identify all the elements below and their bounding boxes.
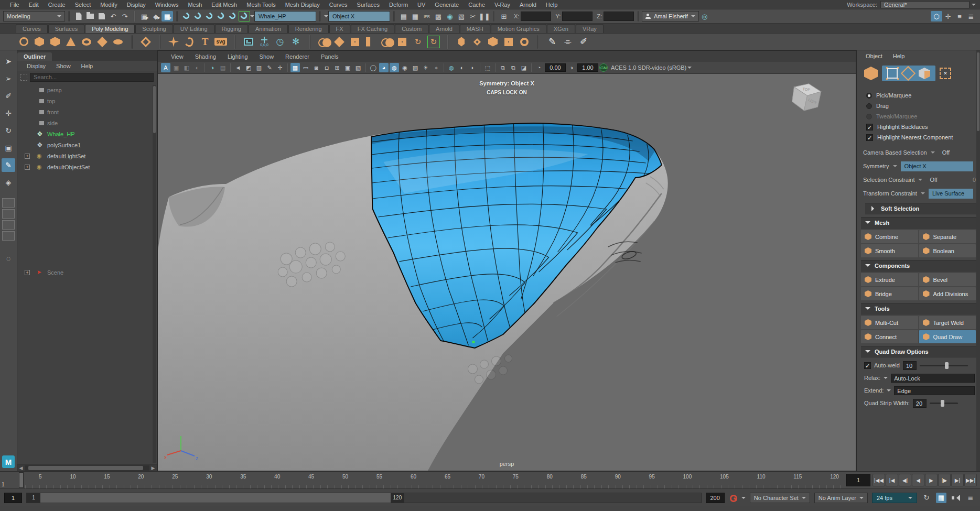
oversized-camera-icon[interactable]: ▥ (254, 63, 264, 72)
isolate-select-icon[interactable]: ◍ (447, 63, 456, 72)
current-tool-quad-draw-icon[interactable]: ✎ (2, 158, 15, 172)
expand-icon[interactable] (25, 165, 30, 170)
save-scene-button[interactable] (96, 11, 107, 21)
multi-cut-icon[interactable]: ✎ (546, 36, 558, 48)
ipr-render-icon[interactable]: IPR (421, 11, 433, 21)
screenshot-icon[interactable]: ◪ (519, 63, 529, 72)
svg-tool-icon[interactable]: svg (215, 36, 227, 48)
render-current-frame-icon[interactable]: ▦ (410, 11, 421, 21)
shadows-icon[interactable]: ● (432, 63, 441, 72)
auto-key-toggle-icon[interactable] (729, 494, 737, 502)
menu-item[interactable]: Help (541, 2, 563, 8)
snap-point-icon[interactable] (204, 11, 216, 21)
modeling-panel-icon[interactable] (243, 36, 254, 48)
animation-end-field[interactable]: 200 (706, 493, 725, 503)
selection-style-radio[interactable]: Drag (861, 101, 980, 111)
step-forward-frame-button[interactable]: |▶ (938, 474, 951, 486)
merge-icon[interactable] (381, 36, 392, 48)
setting-value[interactable]: Off (926, 175, 941, 185)
smooth-icon[interactable] (471, 36, 483, 48)
extend-value-field[interactable]: Edge (894, 386, 975, 395)
search-help-icon[interactable]: ◎ (699, 11, 710, 21)
boolean-union-icon[interactable] (318, 36, 329, 48)
select-component-icon[interactable]: ▦➤ (161, 11, 173, 21)
menu-item[interactable]: Mesh (183, 2, 207, 8)
character-controls-icon[interactable]: ✛ (942, 11, 954, 21)
paste-view-icon[interactable]: ⧉ (509, 63, 518, 72)
anti-alias-toggle-icon[interactable]: A (161, 63, 170, 72)
greasepencil-icon[interactable]: ✎ (265, 63, 274, 72)
checkbox-icon[interactable] (866, 134, 873, 141)
center-pivot-icon[interactable]: 0,0,0 (259, 36, 270, 48)
outliner-item[interactable]: defaultLightSet (17, 150, 157, 161)
render-settings-icon[interactable]: ▩ (433, 11, 444, 21)
toolkit-setting-row[interactable]: Symmetry Object X (861, 159, 980, 173)
hypershade-icon[interactable]: ◉ (444, 11, 456, 21)
poly-disc-icon[interactable] (112, 36, 124, 48)
chevron-down-icon[interactable] (884, 377, 888, 381)
measure-tool-icon[interactable]: ⌯ (562, 36, 574, 48)
render-view-icon[interactable]: ▤ (398, 11, 410, 21)
edge-mode-icon[interactable] (901, 66, 916, 81)
bookmark-icon[interactable]: ▤ (218, 63, 228, 72)
relax-value-field[interactable]: Auto-Lock (891, 374, 975, 383)
setting-value[interactable]: Off (939, 148, 953, 158)
mesh-operation-button[interactable]: Separate (919, 230, 976, 243)
menu-set-select[interactable]: Modeling (3, 11, 65, 21)
keyframe-clock-icon[interactable]: ◷ (274, 36, 286, 48)
shelf-tab[interactable]: Curves (16, 24, 48, 33)
shelf-tab[interactable]: Animation (249, 24, 288, 33)
platonic-solid-icon[interactable] (140, 36, 152, 48)
paint-effects-icon[interactable]: ✂ (467, 11, 479, 21)
play-backwards-button[interactable]: ◀ (912, 474, 924, 486)
component-operation-button[interactable]: Extrude (861, 273, 918, 286)
outliner-menu-item[interactable]: Show (52, 63, 75, 69)
viewport-menu-item[interactable]: Show (254, 53, 280, 60)
scene-canvas-whale-model[interactable] (158, 74, 856, 471)
toolkit-checkbox-row[interactable]: Highlight Nearest Component (861, 132, 980, 143)
single-pane-layout-button[interactable] (2, 198, 15, 208)
tool-button[interactable]: Target Weld (919, 316, 976, 329)
face-mode-icon[interactable] (919, 68, 930, 79)
poly-plane-icon[interactable] (96, 36, 108, 48)
outliner-menu-item[interactable]: Help (77, 63, 98, 69)
lighting-icon[interactable]: ☀ (421, 63, 430, 72)
freeze-transform-icon[interactable]: ✻ (290, 36, 301, 48)
checkbox-icon[interactable] (866, 124, 873, 131)
multi-component-mode-icon[interactable]: ✕ (940, 68, 951, 79)
expand-icon[interactable] (25, 154, 30, 159)
shelf-tab[interactable]: Poly Modeling (85, 24, 135, 33)
view-transform-label[interactable]: ACES 1.0 SDR-video (sRGB) (611, 64, 686, 71)
shelf-tab[interactable]: FX (329, 24, 350, 33)
outliner-horizontal-scrollbar[interactable]: ◀ ▶ (17, 464, 157, 471)
shelf-tab[interactable]: Rigging (215, 24, 248, 33)
clamp-playback-icon[interactable]: ▦ (936, 493, 946, 503)
menu-item[interactable]: Deform (384, 2, 413, 8)
safe-title-icon[interactable]: ▧ (353, 63, 363, 72)
shelf-tab[interactable]: Rendering (288, 24, 329, 33)
live-object-field[interactable]: Whale_HP (254, 11, 316, 21)
tools-section-header[interactable]: Tools (861, 303, 980, 314)
component-operation-button[interactable]: Bridge (861, 287, 918, 300)
resolution-gate-icon[interactable]: ◙ (311, 63, 321, 72)
go-to-end-button[interactable]: ▶▶| (964, 474, 977, 486)
menu-item[interactable]: Windows (150, 2, 184, 8)
outliner-persp-layout-button[interactable] (2, 231, 15, 241)
select-tool-icon[interactable]: ➤ (2, 55, 15, 68)
chevron-down-icon[interactable] (687, 67, 692, 71)
two-pane-layout-button[interactable] (2, 220, 15, 230)
components-section-header[interactable]: Components (861, 260, 980, 271)
shelf-tab[interactable]: MASH (460, 24, 490, 33)
view-cube[interactable]: TOP LEFT (783, 72, 828, 117)
wheel-icon[interactable] (519, 36, 530, 48)
outliner-item[interactable]: Whale_HP (17, 128, 157, 139)
mesh-section-header[interactable]: Mesh (861, 217, 980, 229)
grid-options-icon[interactable]: ⊞ (498, 11, 510, 21)
shelf-tab[interactable]: Sculpting (135, 24, 173, 33)
edit-curve-icon[interactable]: ✐ (578, 36, 589, 48)
signed-in-user-menu[interactable]: Amal Elsherif (642, 11, 699, 21)
gamma-icon[interactable]: ◑ (567, 63, 576, 72)
textured-mode-icon[interactable]: ◍ (390, 63, 399, 72)
exposure-value-field[interactable]: 0.00 (545, 63, 566, 72)
undo-button[interactable]: ↶ (107, 11, 119, 21)
